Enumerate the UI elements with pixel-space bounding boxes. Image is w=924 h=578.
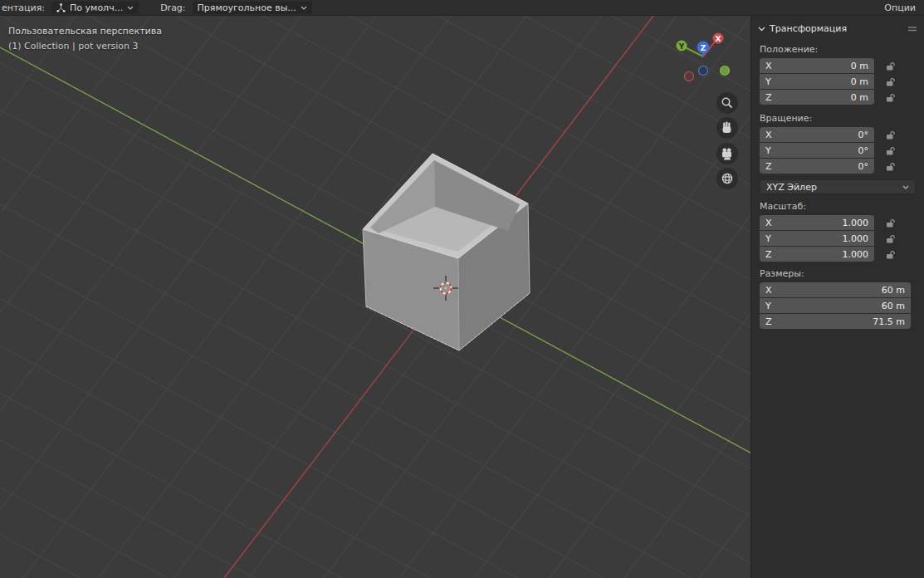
scale-group-label: Масштаб: — [760, 201, 916, 212]
open-padlock-icon — [885, 130, 896, 140]
field-value: 1.000 — [843, 249, 869, 260]
orientation-gizmo-icon — [56, 3, 66, 12]
field-value: 1.000 — [843, 233, 869, 244]
pan-button[interactable] — [716, 117, 738, 139]
scale-z-field[interactable]: Z 1.000 — [760, 247, 874, 262]
axis-label: Y — [765, 301, 771, 311]
chevron-down-icon — [127, 6, 134, 10]
open-padlock-icon — [885, 61, 896, 71]
drag-dropdown-label: Прямоугольное вы... — [198, 2, 296, 13]
open-padlock-icon — [885, 249, 896, 260]
rotation-mode-select[interactable]: XYZ Эйлер — [760, 179, 916, 194]
axis-label: Z — [765, 92, 772, 103]
location-y-field[interactable]: Y 0 m — [760, 74, 874, 89]
ortho-toggle-button[interactable] — [716, 168, 738, 189]
dimensions-y-field[interactable]: Y 60 m — [760, 298, 911, 313]
dimensions-x-field[interactable]: X 60 m — [760, 282, 911, 297]
panel-title: Трансформация — [770, 23, 847, 34]
open-padlock-icon — [885, 161, 896, 172]
panel-header[interactable]: Трансформация — [751, 16, 924, 36]
transform-panel: Трансформация Положение: X 0 m Y — [751, 16, 924, 578]
scale-x-lock[interactable] — [885, 218, 896, 228]
field-value: 0 m — [851, 76, 868, 87]
rotation-x-lock[interactable] — [885, 130, 896, 140]
gizmo-z-label: Z — [701, 44, 706, 52]
location-x-field[interactable]: X 0 m — [760, 58, 874, 73]
axis-label: Y — [765, 76, 771, 87]
field-value: 0 m — [851, 61, 868, 71]
chevron-down-icon — [301, 6, 307, 10]
open-padlock-icon — [885, 76, 896, 87]
3d-viewport[interactable]: Y X Z — [0, 16, 924, 578]
open-padlock-icon — [885, 233, 896, 244]
drag-dropdown[interactable]: Прямоугольное вы... — [193, 2, 312, 14]
gizmo-y-label: Y — [678, 42, 685, 51]
drag-label: Drag: — [160, 2, 185, 13]
hand-icon — [723, 122, 731, 134]
location-z-lock[interactable] — [885, 92, 896, 103]
location-group-label: Положение: — [760, 44, 916, 55]
field-value: 0° — [858, 161, 869, 172]
axis-label: Z — [765, 249, 772, 260]
panel-menu-icon[interactable] — [907, 26, 917, 32]
rotation-x-field[interactable]: X 0° — [760, 127, 874, 142]
rotation-group-label: Вращение: — [760, 113, 916, 124]
axis-label: X — [765, 61, 772, 71]
tool-settings-bar: ентация: По умолч... Drag: Прямоугольное… — [0, 0, 924, 16]
field-value: 71.5 m — [873, 316, 905, 327]
chevron-down-icon — [902, 185, 909, 189]
field-value: 60 m — [882, 285, 905, 296]
rotation-z-field[interactable]: Z 0° — [760, 159, 874, 174]
dimensions-z-field[interactable]: Z 71.5 m — [760, 314, 911, 329]
field-value: 0° — [858, 145, 869, 156]
rotation-mode-value: XYZ Эйлер — [766, 182, 817, 193]
open-padlock-icon — [885, 218, 896, 228]
axis-label: X — [765, 218, 772, 228]
gizmo-x-neg-ball[interactable] — [685, 72, 694, 81]
dimensions-group-label: Размеры: — [760, 268, 916, 279]
gizmo-z-neg-ball[interactable] — [699, 66, 708, 76]
options-button[interactable]: Опции — [884, 2, 916, 13]
scale-z-lock[interactable] — [885, 249, 896, 260]
zoom-button[interactable] — [716, 92, 738, 114]
axis-label: X — [765, 130, 772, 140]
location-x-lock[interactable] — [885, 61, 896, 71]
gizmo-y-neg-ball[interactable] — [721, 66, 730, 76]
orientation-dropdown-label: По умолч... — [70, 2, 123, 13]
scale-x-field[interactable]: X 1.000 — [760, 215, 874, 230]
rotation-y-lock[interactable] — [885, 145, 896, 156]
axis-label: Z — [765, 316, 772, 327]
rotation-z-lock[interactable] — [885, 161, 896, 172]
gizmo-x-label: X — [716, 35, 721, 43]
collapse-chevron-icon — [758, 27, 765, 32]
orientation-dropdown[interactable]: По умолч... — [51, 2, 139, 14]
field-value: 1.000 — [843, 218, 869, 228]
axis-label: Z — [765, 161, 772, 172]
orientation-label: ентация: — [2, 2, 45, 13]
field-value: 0° — [858, 130, 869, 140]
axis-label: X — [765, 285, 772, 296]
scale-y-field[interactable]: Y 1.000 — [760, 231, 874, 246]
open-padlock-icon — [885, 92, 896, 103]
field-value: 60 m — [882, 301, 905, 311]
axis-label: Y — [765, 233, 771, 244]
scale-y-lock[interactable] — [885, 233, 896, 244]
field-value: 0 m — [851, 92, 868, 103]
location-y-lock[interactable] — [885, 76, 896, 87]
location-z-field[interactable]: Z 0 m — [760, 90, 874, 105]
open-padlock-icon — [885, 145, 896, 156]
axis-label: Y — [765, 145, 771, 156]
rotation-y-field[interactable]: Y 0° — [760, 143, 874, 158]
camera-button[interactable] — [716, 143, 738, 164]
